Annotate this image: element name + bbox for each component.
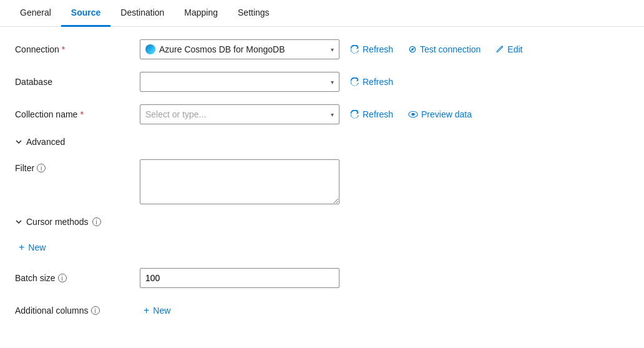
preview-data-button[interactable]: Preview data xyxy=(404,107,476,122)
database-label: Database xyxy=(15,77,140,87)
collection-name-row: Collection name * Select or type... ▾ Re… xyxy=(15,104,629,124)
additional-columns-controls: + New xyxy=(140,302,629,319)
cosmos-db-icon xyxy=(145,44,155,54)
database-controls: ▾ Refresh xyxy=(140,72,629,92)
database-chevron-icon: ▾ xyxy=(331,79,334,86)
new-cursor-plus-icon: + xyxy=(19,242,24,253)
tab-bar: General Source Destination Mapping Setti… xyxy=(0,0,644,27)
refresh-collection-icon xyxy=(351,110,359,119)
refresh-collection-button[interactable]: Refresh xyxy=(347,107,397,122)
refresh-connection-button[interactable]: Refresh xyxy=(347,42,397,57)
edit-connection-button[interactable]: Edit xyxy=(492,42,526,57)
connection-row: Connection * Azure Cosmos DB for MongoDB… xyxy=(15,39,629,59)
cursor-methods-info-icon: i xyxy=(92,217,101,226)
database-row: Database ▾ Refresh xyxy=(15,72,629,92)
batch-size-label: Batch size i xyxy=(15,273,140,283)
refresh-database-button[interactable]: Refresh xyxy=(347,74,397,89)
cursor-methods-chevron-icon xyxy=(15,218,22,226)
collection-dropdown[interactable]: Select or type... ▾ xyxy=(140,104,339,124)
cursor-methods-toggle[interactable]: Cursor methods i xyxy=(15,217,629,227)
advanced-chevron-icon xyxy=(15,138,22,146)
connection-value: Azure Cosmos DB for MongoDB xyxy=(159,44,285,54)
form-content: Connection * Azure Cosmos DB for MongoDB… xyxy=(0,27,644,346)
new-additional-column-button[interactable]: + New xyxy=(140,302,174,319)
new-column-plus-icon: + xyxy=(144,305,149,316)
tab-source[interactable]: Source xyxy=(61,0,110,27)
tab-general[interactable]: General xyxy=(10,0,61,27)
collection-required-star: * xyxy=(80,109,83,119)
edit-icon xyxy=(495,45,504,54)
batch-size-controls xyxy=(140,268,629,288)
tab-settings[interactable]: Settings xyxy=(228,0,280,27)
connection-controls: Azure Cosmos DB for MongoDB ▾ Refresh Te… xyxy=(140,39,629,59)
tab-destination[interactable]: Destination xyxy=(110,0,174,27)
tab-mapping[interactable]: Mapping xyxy=(174,0,228,27)
connection-chevron-icon: ▾ xyxy=(331,46,334,53)
preview-data-icon xyxy=(408,110,418,119)
filter-input[interactable] xyxy=(140,159,339,204)
collection-controls: Select or type... ▾ Refresh Preview data xyxy=(140,104,629,124)
batch-size-input[interactable] xyxy=(140,268,339,288)
batch-size-row: Batch size i xyxy=(15,268,629,288)
additional-columns-info-icon: i xyxy=(91,306,100,315)
collection-placeholder: Select or type... xyxy=(145,109,206,119)
refresh-database-icon xyxy=(351,77,359,86)
connection-label: Connection * xyxy=(15,44,140,54)
batch-size-info-icon: i xyxy=(58,274,67,282)
connection-dropdown[interactable]: Azure Cosmos DB for MongoDB ▾ xyxy=(140,39,339,59)
collection-chevron-icon: ▾ xyxy=(331,111,334,118)
filter-row: Filter i xyxy=(15,159,629,204)
connection-required-star: * xyxy=(62,44,65,54)
new-cursor-button[interactable]: + New xyxy=(15,239,49,256)
refresh-connection-icon xyxy=(351,45,359,54)
filter-info-icon: i xyxy=(37,164,46,172)
additional-columns-row: Additional columns i + New xyxy=(15,301,629,321)
database-dropdown[interactable]: ▾ xyxy=(140,72,339,92)
test-connection-button[interactable]: Test connection xyxy=(404,42,484,57)
collection-name-label: Collection name * xyxy=(15,109,140,119)
advanced-toggle[interactable]: Advanced xyxy=(15,137,629,147)
additional-columns-label: Additional columns i xyxy=(15,306,140,316)
filter-label: Filter i xyxy=(15,159,140,173)
test-connection-icon xyxy=(408,45,417,54)
